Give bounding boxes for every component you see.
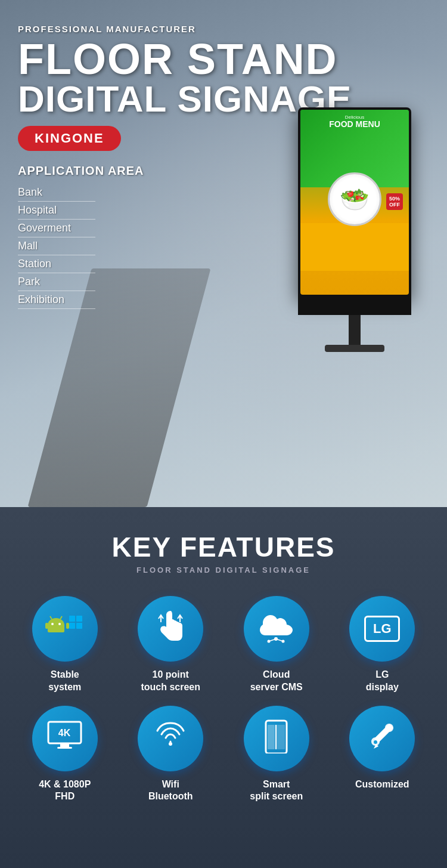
svg-point-28	[374, 740, 377, 744]
feature-customized: Customized	[333, 706, 433, 804]
feature-label-stable: Stablesystem	[48, 669, 81, 694]
svg-point-21	[169, 742, 172, 746]
feature-circle-split	[244, 706, 309, 771]
svg-rect-2	[45, 623, 48, 629]
svg-rect-9	[76, 616, 82, 622]
kiosk-bottom	[298, 297, 411, 315]
feature-label-4k: 4K & 1080PFHD	[39, 779, 91, 804]
brand-badge: KINGONE	[18, 126, 121, 151]
touch-icon	[153, 608, 188, 650]
features-title: KEY FEATURES	[12, 531, 435, 563]
cloud-icon	[257, 608, 296, 650]
svg-rect-11	[76, 623, 82, 629]
svg-rect-8	[69, 616, 75, 622]
svg-rect-3	[66, 623, 69, 629]
feature-label-wifi: WifiBluetooth	[148, 779, 193, 804]
svg-point-4	[51, 623, 54, 625]
feature-cloud: Cloudserver CMS	[226, 596, 327, 694]
hero-section: PROFESSIONAL MANUFACTURER FLOOR STAND DI…	[0, 0, 447, 507]
feature-label-customized: Customized	[355, 779, 409, 791]
svg-rect-25	[277, 725, 285, 749]
feature-lg: LG LGdisplay	[333, 596, 433, 694]
kiosk-display: Delicious FOOD MENU 50%OFF	[298, 107, 411, 352]
wifi-bluetooth-icon	[153, 718, 188, 759]
list-item: Park	[18, 273, 95, 291]
kiosk-stand	[349, 315, 361, 345]
list-item: Hospital	[18, 202, 95, 220]
kiosk-base	[325, 345, 384, 352]
svg-rect-1	[48, 624, 64, 632]
features-grid: Stablesystem 10 pointtouch screen	[15, 596, 432, 803]
kiosk-mid	[300, 223, 409, 271]
list-item: Goverment	[18, 220, 95, 237]
features-subtitle: FLOOR STAND DIGITAL SIGNAGE	[12, 566, 435, 574]
svg-rect-20	[57, 747, 72, 749]
feature-label-split: Smartsplit screen	[250, 779, 303, 804]
list-item: Mall	[18, 237, 95, 255]
feature-circle-wifi	[138, 706, 203, 771]
hero-title-line1: FLOOR STAND	[18, 38, 429, 81]
feature-circle-touch	[138, 596, 203, 662]
list-item: Bank	[18, 184, 95, 202]
feature-label-cloud: Cloudserver CMS	[250, 669, 303, 694]
feature-label-touch: 10 pointtouch screen	[141, 669, 200, 694]
kiosk-body: Delicious FOOD MENU 50%OFF	[298, 107, 411, 297]
food-plate	[328, 172, 381, 226]
svg-point-5	[58, 623, 61, 625]
list-item: Exhibition	[18, 291, 95, 309]
feature-split: Smartsplit screen	[226, 706, 327, 804]
svg-text:4K: 4K	[58, 728, 71, 738]
discount-badge: 50%OFF	[386, 193, 403, 210]
hero-subtitle: PROFESSIONAL MANUFACTURER	[18, 24, 429, 34]
customize-icon	[364, 718, 400, 759]
kiosk-screen: Delicious FOOD MENU 50%OFF	[300, 110, 409, 295]
feature-circle-customized	[349, 706, 415, 771]
list-item: Station	[18, 255, 95, 273]
feature-touch: 10 pointtouch screen	[121, 596, 221, 694]
kiosk-food-title: FOOD MENU	[305, 120, 404, 129]
svg-rect-10	[69, 623, 75, 629]
android-windows-icon	[44, 611, 86, 647]
feature-circle-stable	[32, 596, 98, 662]
svg-line-7	[60, 616, 62, 619]
feature-circle-cloud	[244, 596, 309, 662]
svg-line-6	[50, 616, 52, 619]
4k-icon: 4K	[45, 719, 84, 758]
svg-rect-19	[60, 743, 69, 747]
feature-wifi: WifiBluetooth	[121, 706, 221, 804]
feature-stable-system: Stablesystem	[15, 596, 115, 694]
feature-circle-4k: 4K	[32, 706, 98, 771]
feature-label-lg: LGdisplay	[366, 669, 399, 694]
features-section: KEY FEATURES FLOOR STAND DIGITAL SIGNAGE	[0, 507, 447, 868]
lg-icon: LG	[364, 616, 400, 642]
svg-rect-24	[268, 725, 275, 749]
split-screen-icon	[260, 718, 293, 759]
feature-circle-lg: LG	[349, 596, 415, 662]
lg-box: LG	[364, 616, 400, 642]
feature-4k: 4K 4K & 1080PFHD	[15, 706, 115, 804]
